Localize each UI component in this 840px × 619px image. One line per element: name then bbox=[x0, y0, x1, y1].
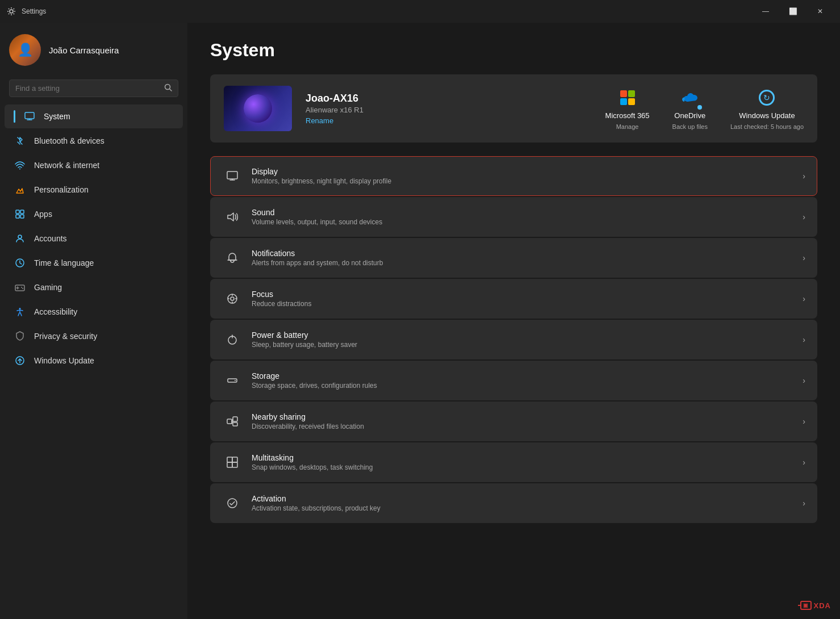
onedrive-icon bbox=[680, 87, 700, 108]
svg-point-16 bbox=[21, 287, 22, 288]
svg-rect-3 bbox=[25, 112, 34, 119]
svg-point-11 bbox=[18, 235, 22, 239]
user-profile[interactable]: 👤 João Carrasqueira bbox=[0, 23, 187, 77]
winupdate-icon: ↻ bbox=[757, 87, 777, 108]
sidebar-item-gaming[interactable]: Gaming bbox=[5, 275, 183, 299]
quick-action-onedrive[interactable]: OneDrive Back up files bbox=[672, 87, 708, 130]
ms365-icon bbox=[617, 87, 638, 108]
settings-item-display[interactable]: Display Monitors, brightness, night ligh… bbox=[210, 156, 817, 196]
minimize-button[interactable]: — bbox=[753, 2, 779, 20]
sidebar-item-accounts[interactable]: Accounts bbox=[5, 227, 183, 250]
quick-action-ms365[interactable]: Microsoft 365 Manage bbox=[605, 87, 650, 130]
settings-item-multitasking[interactable]: Multitasking Snap windows, desktops, tas… bbox=[210, 442, 817, 482]
svg-point-6 bbox=[19, 169, 20, 170]
winupdate-subtitle: Last checked: 5 hours ago bbox=[730, 123, 804, 130]
svg-point-18 bbox=[19, 308, 21, 310]
svg-point-17 bbox=[22, 288, 23, 289]
accessibility-icon bbox=[14, 306, 26, 318]
sidebar-item-update[interactable]: Windows Update bbox=[5, 349, 183, 373]
sidebar-item-privacy[interactable]: Privacy & security bbox=[5, 324, 183, 348]
sidebar-item-label-accounts: Accounts bbox=[34, 234, 67, 243]
device-name: Joao-AX16 bbox=[306, 93, 592, 104]
activation-text: Activation Activation state, subscriptio… bbox=[252, 494, 803, 512]
svg-rect-7 bbox=[16, 210, 19, 214]
sidebar-item-accessibility[interactable]: Accessibility bbox=[5, 300, 183, 324]
search-box[interactable] bbox=[9, 80, 178, 97]
settings-item-sound[interactable]: Sound Volume levels, output, input, soun… bbox=[210, 197, 817, 237]
onedrive-title: OneDrive bbox=[674, 111, 705, 120]
xda-text: XDA bbox=[814, 601, 831, 610]
power-text: Power & battery Sleep, battery usage, ba… bbox=[252, 331, 803, 349]
sidebar: 👤 João Carrasqueira bbox=[0, 23, 187, 619]
focus-text: Focus Reduce distractions bbox=[252, 290, 803, 308]
display-subtitle: Monitors, brightness, night light, displ… bbox=[252, 177, 803, 185]
device-rename[interactable]: Rename bbox=[306, 116, 592, 125]
svg-marker-24 bbox=[228, 213, 233, 221]
display-title: Display bbox=[252, 167, 803, 176]
sidebar-item-bluetooth[interactable]: Bluetooth & devices bbox=[5, 129, 183, 153]
storage-chevron: › bbox=[803, 376, 805, 385]
search-input[interactable] bbox=[15, 84, 160, 93]
svg-rect-39 bbox=[227, 457, 232, 462]
gaming-icon bbox=[14, 281, 26, 294]
settings-item-power[interactable]: Power & battery Sleep, battery usage, ba… bbox=[210, 320, 817, 359]
storage-icon bbox=[222, 370, 243, 391]
sidebar-item-personalization[interactable]: Personalization bbox=[5, 178, 183, 202]
settings-item-activation[interactable]: Activation Activation state, subscriptio… bbox=[210, 483, 817, 523]
sidebar-item-time[interactable]: Time & language bbox=[5, 251, 183, 275]
svg-rect-37 bbox=[233, 417, 237, 421]
settings-item-focus[interactable]: Focus Reduce distractions › bbox=[210, 279, 817, 319]
sidebar-item-label-system: System bbox=[44, 112, 70, 121]
sidebar-item-label-network: Network & internet bbox=[34, 161, 99, 170]
settings-item-nearby[interactable]: Nearby sharing Discoverability, received… bbox=[210, 401, 817, 441]
sidebar-item-network[interactable]: Network & internet bbox=[5, 153, 183, 177]
activation-subtitle: Activation state, subscriptions, product… bbox=[252, 504, 803, 512]
storage-text: Storage Storage space, drives, configura… bbox=[252, 371, 803, 390]
sidebar-item-system[interactable]: System bbox=[5, 104, 183, 128]
svg-rect-40 bbox=[232, 457, 237, 462]
titlebar-left: Settings bbox=[7, 7, 46, 16]
multitasking-text: Multitasking Snap windows, desktops, tas… bbox=[252, 453, 803, 471]
svg-rect-10 bbox=[20, 215, 24, 218]
quick-actions: Microsoft 365 Manage OneD bbox=[605, 87, 804, 130]
svg-point-27 bbox=[231, 297, 234, 300]
power-subtitle: Sleep, battery usage, battery saver bbox=[252, 341, 803, 349]
svg-rect-36 bbox=[227, 419, 232, 424]
settings-item-storage[interactable]: Storage Storage space, drives, configura… bbox=[210, 361, 817, 400]
svg-rect-38 bbox=[233, 423, 237, 426]
multitasking-chevron: › bbox=[803, 458, 805, 467]
privacy-icon bbox=[14, 330, 26, 342]
device-card: Joao-AX16 Alienware x16 R1 Rename bbox=[210, 74, 817, 143]
app-container: 👤 João Carrasqueira bbox=[0, 23, 840, 619]
network-icon bbox=[14, 159, 26, 172]
device-model: Alienware x16 R1 bbox=[306, 106, 592, 114]
titlebar: Settings — ⬜ ✕ bbox=[0, 0, 840, 23]
power-icon bbox=[222, 329, 243, 350]
svg-point-0 bbox=[10, 10, 13, 13]
svg-rect-42 bbox=[232, 462, 237, 467]
quick-action-winupdate[interactable]: ↻ Windows Update Last checked: 5 hours a… bbox=[730, 87, 804, 130]
sidebar-item-apps[interactable]: Apps bbox=[5, 202, 183, 226]
xda-logo: ▣ XDA bbox=[800, 601, 831, 610]
sound-chevron: › bbox=[803, 212, 805, 221]
page-title: System bbox=[210, 40, 817, 61]
sidebar-item-label-update: Windows Update bbox=[34, 356, 94, 365]
sidebar-item-label-apps: Apps bbox=[34, 210, 52, 219]
sidebar-item-label-time: Time & language bbox=[34, 258, 94, 267]
svg-rect-8 bbox=[20, 210, 24, 214]
user-name: João Carrasqueira bbox=[49, 45, 119, 55]
settings-item-notifications[interactable]: Notifications Alerts from apps and syste… bbox=[210, 238, 817, 278]
focus-title: Focus bbox=[252, 290, 803, 299]
active-indicator bbox=[14, 110, 15, 123]
close-button[interactable]: ✕ bbox=[807, 2, 833, 20]
content-area: System Joao-AX16 Alienware x16 R1 Rename bbox=[187, 23, 840, 619]
maximize-button[interactable]: ⬜ bbox=[780, 2, 806, 20]
focus-chevron: › bbox=[803, 294, 805, 303]
notifications-chevron: › bbox=[803, 253, 805, 262]
ms365-title: Microsoft 365 bbox=[605, 111, 650, 120]
notifications-icon bbox=[222, 248, 243, 268]
notifications-subtitle: Alerts from apps and system, do not dist… bbox=[252, 259, 803, 267]
sidebar-item-label-personalization: Personalization bbox=[34, 185, 89, 194]
nearby-chevron: › bbox=[803, 417, 805, 426]
power-title: Power & battery bbox=[252, 331, 803, 340]
